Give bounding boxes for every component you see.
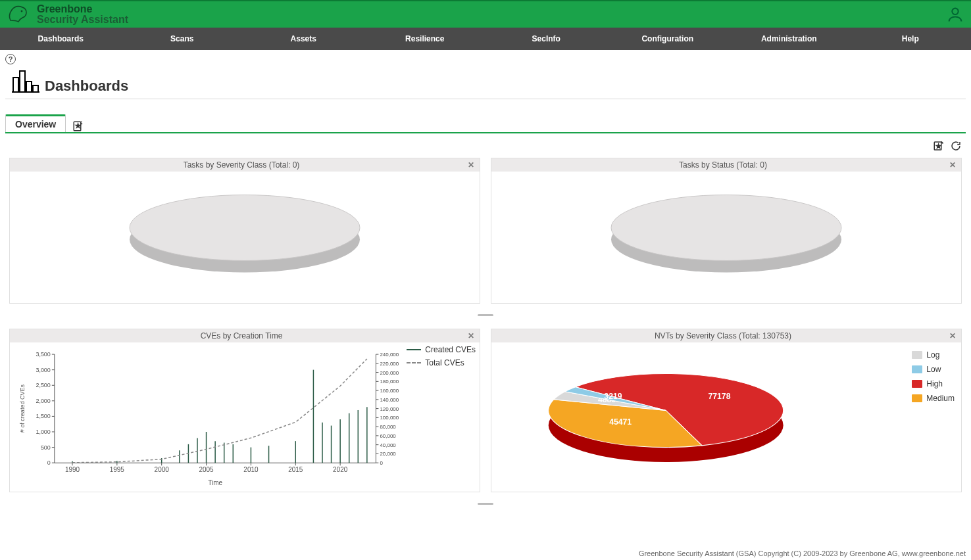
card-title: Tasks by Severity Class (Total: 0) <box>15 160 468 170</box>
user-menu-icon[interactable] <box>946 5 964 24</box>
svg-text:1,000: 1,000 <box>36 429 50 435</box>
svg-text:1995: 1995 <box>110 466 125 473</box>
svg-text:★: ★ <box>936 143 941 149</box>
svg-rect-4 <box>26 82 32 92</box>
card-cves-time: CVEs by Creation Time ✕ 1990199520002005… <box>9 329 480 492</box>
brand-logo-icon <box>7 3 33 26</box>
help-icon[interactable]: ? <box>5 54 16 64</box>
svg-text:80,000: 80,000 <box>380 424 396 430</box>
svg-text:3,500: 3,500 <box>36 351 50 358</box>
nav-dashboards[interactable]: Dashboards <box>0 28 122 50</box>
svg-text:Time: Time <box>208 479 222 486</box>
legend-log: Log <box>926 350 939 360</box>
close-icon[interactable]: ✕ <box>468 331 474 340</box>
svg-point-14 <box>611 195 841 261</box>
reset-dashboard-icon[interactable] <box>950 140 962 154</box>
card-tasks-severity: Tasks by Severity Class (Total: 0) ✕ <box>9 158 480 304</box>
nav-help[interactable]: Help <box>850 28 972 50</box>
cve-legend: Created CVEs Total CVEs <box>407 345 476 371</box>
svg-text:3219: 3219 <box>604 392 622 401</box>
nav-secinfo[interactable]: SecInfo <box>486 28 607 50</box>
svg-text:2020: 2020 <box>333 466 348 473</box>
card-title: CVEs by Creation Time <box>15 331 468 340</box>
brand-name-line2: Security Assistant <box>37 14 128 25</box>
nav-scans[interactable]: Scans <box>122 28 243 50</box>
nav-administration[interactable]: Administration <box>728 28 850 50</box>
legend-medium: Medium <box>926 394 955 403</box>
svg-text:2,500: 2,500 <box>36 382 50 388</box>
card-title: NVTs by Severity Class (Total: 130753) <box>497 331 949 340</box>
svg-text:200,000: 200,000 <box>380 370 399 376</box>
svg-text:0: 0 <box>47 459 51 466</box>
page-title-row: Dashboards <box>5 68 966 99</box>
footer-text: Greenbone Security Assistant (GSA) Copyr… <box>639 547 966 560</box>
legend-high: High <box>926 379 943 388</box>
empty-pie-icon <box>126 187 363 288</box>
svg-text:1,500: 1,500 <box>36 413 50 419</box>
svg-text:1990: 1990 <box>65 466 80 473</box>
svg-text:2,000: 2,000 <box>36 398 50 404</box>
svg-text:180,000: 180,000 <box>380 379 399 385</box>
card-nvts-severity: NVTs by Severity Class (Total: 130753) ✕… <box>491 329 962 492</box>
close-icon[interactable]: ✕ <box>949 331 956 340</box>
svg-text:2015: 2015 <box>288 466 303 473</box>
svg-text:40,000: 40,000 <box>380 442 396 448</box>
svg-text:60,000: 60,000 <box>380 433 396 439</box>
svg-text:100,000: 100,000 <box>380 415 399 421</box>
nvt-legend: Log Low High Medium <box>912 350 955 408</box>
svg-text:2005: 2005 <box>199 466 214 473</box>
legend-created-cves: Created CVEs <box>425 345 476 354</box>
tabs-row: Overview ★ <box>5 114 966 133</box>
page-title: Dashboards <box>45 78 128 95</box>
cve-line-chart: 1990199520002005201020152020Time05001,00… <box>15 348 474 486</box>
empty-pie-icon <box>608 187 845 288</box>
svg-text:240,000: 240,000 <box>380 352 399 358</box>
svg-rect-3 <box>20 71 25 92</box>
legend-low: Low <box>926 365 941 374</box>
svg-text:20,000: 20,000 <box>380 451 396 457</box>
nav-resilience[interactable]: Resilience <box>364 28 486 50</box>
svg-text:45471: 45471 <box>609 417 632 427</box>
svg-point-12 <box>130 195 360 261</box>
svg-text:120,000: 120,000 <box>380 406 399 412</box>
row-resize-handle[interactable] <box>9 314 962 318</box>
svg-point-0 <box>21 11 23 12</box>
legend-total-cves: Total CVEs <box>425 358 464 367</box>
top-banner: Greenbone Security Assistant <box>0 0 971 28</box>
svg-text:77178: 77178 <box>708 392 730 401</box>
svg-point-1 <box>952 9 958 14</box>
svg-text:140,000: 140,000 <box>380 397 399 403</box>
svg-text:220,000: 220,000 <box>380 361 399 367</box>
tab-overview[interactable]: Overview <box>5 114 66 132</box>
svg-text:0: 0 <box>380 460 383 466</box>
svg-text:160,000: 160,000 <box>380 388 399 394</box>
svg-text:3,000: 3,000 <box>36 367 50 373</box>
card-tasks-status: Tasks by Status (Total: 0) ✕ <box>491 158 962 304</box>
close-icon[interactable]: ✕ <box>949 160 956 170</box>
main-nav: Dashboards Scans Assets Resilience SecIn… <box>0 28 971 50</box>
add-display-icon[interactable]: ★ <box>933 140 945 154</box>
svg-text:2010: 2010 <box>243 466 259 473</box>
close-icon[interactable]: ✕ <box>468 160 474 170</box>
add-tab-icon[interactable]: ★ <box>72 120 84 132</box>
svg-rect-5 <box>33 85 38 92</box>
brand-name-line1: Greenbone <box>37 4 128 14</box>
svg-text:# of created CVEs: # of created CVEs <box>19 384 26 432</box>
svg-text:2000: 2000 <box>155 466 170 473</box>
svg-text:500: 500 <box>41 444 51 451</box>
card-title: Tasks by Status (Total: 0) <box>497 160 949 170</box>
row-resize-handle[interactable] <box>9 503 962 507</box>
nav-assets[interactable]: Assets <box>243 28 364 50</box>
dashboards-icon <box>11 68 41 95</box>
brand: Greenbone Security Assistant <box>7 3 128 26</box>
nvt-pie-chart: 771784547148853219 <box>491 342 961 492</box>
svg-rect-2 <box>13 78 18 92</box>
nav-configuration[interactable]: Configuration <box>607 28 729 50</box>
svg-text:★: ★ <box>76 123 81 129</box>
